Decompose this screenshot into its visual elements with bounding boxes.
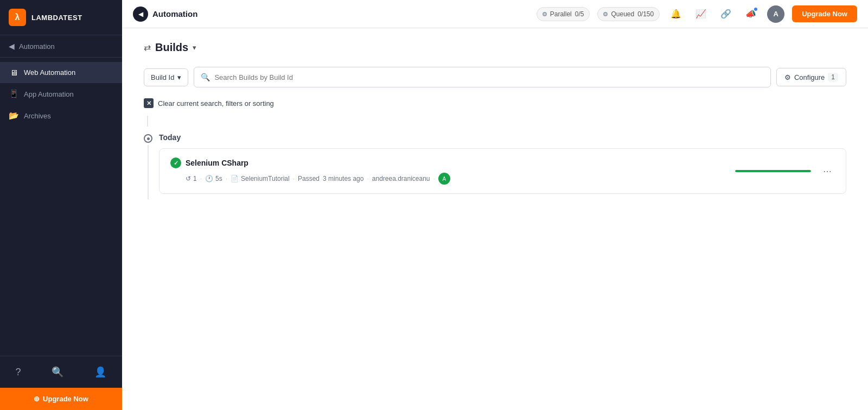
builds-title: Builds bbox=[155, 41, 188, 54]
builds-header: ⇄ Builds ▾ bbox=[144, 41, 846, 54]
user-bottom-icon[interactable]: 👤 bbox=[91, 363, 110, 381]
help-icon[interactable]: ? bbox=[12, 363, 24, 381]
header-left: ◀ Automation bbox=[133, 7, 197, 22]
queued-dot bbox=[603, 12, 608, 16]
builds-title-icon: ⇄ bbox=[144, 42, 151, 53]
sidebar-item-app-automation[interactable]: 📱 App Automation bbox=[0, 83, 122, 105]
build-time-ago: 3 minutes ago bbox=[323, 175, 363, 182]
builds-dropdown-icon[interactable]: ▾ bbox=[193, 43, 196, 52]
header: ◀ Automation Parallel 0/5 Queued 0/150 🔔… bbox=[122, 0, 868, 28]
build-id-filter-dropdown[interactable]: Build Id ▾ bbox=[144, 68, 188, 86]
parallel-label: Parallel bbox=[550, 10, 572, 18]
logo-text: LAMBDATEST bbox=[31, 14, 82, 22]
sidebar-item-web-automation[interactable]: 🖥 Web Automation bbox=[0, 62, 122, 83]
file-icon: 📄 bbox=[231, 175, 239, 182]
app-automation-icon: 📱 bbox=[9, 89, 18, 99]
sidebar-back-label: Automation bbox=[19, 42, 55, 51]
meta-separator-4: · bbox=[367, 175, 368, 182]
today-section: Today ✓ Selenium CSharp ↺ 1 bbox=[144, 133, 846, 199]
filter-dropdown-arrow-icon: ▾ bbox=[177, 73, 181, 81]
filter-dropdown-label: Build Id bbox=[151, 73, 174, 81]
back-arrow-icon: ◀ bbox=[9, 42, 15, 51]
configure-count: 1 bbox=[828, 73, 838, 81]
build-card-right: ⋯ bbox=[735, 164, 835, 179]
parallel-value: 0/5 bbox=[575, 10, 584, 18]
parallel-dot bbox=[542, 12, 547, 16]
search-bottom-icon[interactable]: 🔍 bbox=[48, 363, 67, 381]
sidebar-item-archives[interactable]: 📂 Archives bbox=[0, 105, 122, 127]
configure-icon: ⚙ bbox=[784, 73, 791, 81]
build-user-avatar: A bbox=[438, 173, 450, 185]
web-automation-icon: 🖥 bbox=[9, 68, 18, 77]
link-icon[interactable]: 🔗 bbox=[717, 5, 735, 23]
build-success-icon: ✓ bbox=[170, 157, 181, 168]
sidebar-item-label: Web Automation bbox=[24, 68, 75, 77]
build-more-button[interactable]: ⋯ bbox=[820, 164, 835, 179]
build-progress-fill bbox=[735, 170, 811, 172]
header-upgrade-button[interactable]: Upgrade Now bbox=[792, 5, 857, 22]
table-row: ✓ Selenium CSharp ↺ 1 · 🕐 5s bbox=[159, 148, 846, 194]
archives-icon: 📂 bbox=[9, 111, 18, 121]
build-name-row: ✓ Selenium CSharp bbox=[170, 157, 735, 168]
clear-filter-button[interactable]: ✕ Clear current search, filters or sorti… bbox=[144, 95, 846, 111]
main-area: ◀ Automation Parallel 0/5 Queued 0/150 🔔… bbox=[122, 0, 868, 410]
v-line bbox=[147, 116, 148, 127]
filter-bar: Build Id ▾ 🔍 ⚙ Configure 1 bbox=[144, 67, 846, 87]
sidebar-item-label: Archives bbox=[24, 112, 51, 120]
build-project: 📄 SeleniumTutorial bbox=[231, 175, 290, 182]
clock-icon: 🕐 bbox=[205, 175, 213, 182]
logo-icon: λ bbox=[9, 9, 26, 26]
refresh-icon: ↺ bbox=[186, 175, 191, 182]
notification-badge bbox=[753, 7, 758, 12]
build-status-label: Passed bbox=[298, 175, 320, 182]
collapse-sidebar-button[interactable]: ◀ bbox=[133, 7, 148, 22]
queued-value: 0/150 bbox=[637, 10, 654, 18]
today-dot bbox=[144, 134, 152, 143]
duration-value: 5s bbox=[215, 175, 222, 182]
build-meta: ↺ 1 · 🕐 5s · 📄 SeleniumTutoria bbox=[170, 173, 735, 185]
today-content: Today ✓ Selenium CSharp ↺ 1 bbox=[159, 133, 846, 199]
upgrade-sidebar-label: Upgrade Now bbox=[43, 395, 88, 403]
content-area: ⇄ Builds ▾ Build Id ▾ 🔍 ⚙ Configure 1 ✕ … bbox=[122, 28, 868, 410]
build-progress-bar bbox=[735, 170, 811, 172]
bell-icon[interactable]: 🔔 bbox=[667, 5, 685, 23]
build-card-left: ✓ Selenium CSharp ↺ 1 · 🕐 5s bbox=[170, 157, 735, 185]
meta-separator-5: · bbox=[433, 175, 435, 182]
sidebar-logo: λ LAMBDATEST bbox=[0, 0, 122, 35]
upgrade-sidebar-icon: ⊕ bbox=[34, 395, 40, 403]
build-duration: 🕐 5s bbox=[205, 175, 222, 182]
build-tests-count: ↺ 1 bbox=[186, 175, 197, 182]
clear-filter-label: Clear current search, filters or sorting bbox=[158, 99, 274, 108]
search-input[interactable] bbox=[214, 67, 764, 87]
queued-status: Queued 0/150 bbox=[597, 7, 660, 21]
build-user: andreea.draniceanu bbox=[372, 175, 430, 182]
today-label: Today bbox=[159, 133, 846, 142]
configure-label: Configure bbox=[794, 73, 825, 81]
project-value: SeleniumTutorial bbox=[241, 175, 290, 182]
tests-count-value: 1 bbox=[193, 175, 197, 182]
user-avatar[interactable]: A bbox=[767, 5, 784, 23]
sidebar-back-button[interactable]: ◀ Automation bbox=[0, 35, 122, 58]
sidebar-upgrade-button[interactable]: ⊕ Upgrade Now bbox=[0, 388, 122, 410]
header-right: Parallel 0/5 Queued 0/150 🔔 📈 🔗 📣 A Upgr… bbox=[537, 5, 857, 23]
search-icon: 🔍 bbox=[201, 73, 210, 81]
analytics-icon[interactable]: 📈 bbox=[692, 5, 710, 23]
section-divider bbox=[144, 116, 846, 127]
queued-label: Queued bbox=[611, 10, 634, 18]
sidebar-nav: 🖥 Web Automation 📱 App Automation 📂 Arch… bbox=[0, 58, 122, 356]
parallel-status: Parallel 0/5 bbox=[537, 7, 590, 21]
clear-x-icon: ✕ bbox=[144, 98, 154, 108]
today-v-line bbox=[148, 145, 149, 199]
search-container: 🔍 bbox=[194, 67, 771, 87]
header-title: Automation bbox=[152, 9, 197, 18]
build-name[interactable]: Selenium CSharp bbox=[186, 159, 248, 167]
meta-separator-1: · bbox=[200, 175, 202, 182]
configure-button[interactable]: ⚙ Configure 1 bbox=[776, 68, 846, 86]
meta-separator-3: · bbox=[293, 175, 295, 182]
notification-icon[interactable]: 📣 bbox=[742, 5, 760, 23]
meta-separator-2: · bbox=[226, 175, 227, 182]
sidebar-bottom: ? 🔍 👤 bbox=[0, 356, 122, 388]
today-dot-inner bbox=[147, 137, 150, 140]
sidebar: λ LAMBDATEST ◀ Automation 🖥 Web Automati… bbox=[0, 0, 122, 410]
sidebar-item-label: App Automation bbox=[24, 90, 74, 98]
